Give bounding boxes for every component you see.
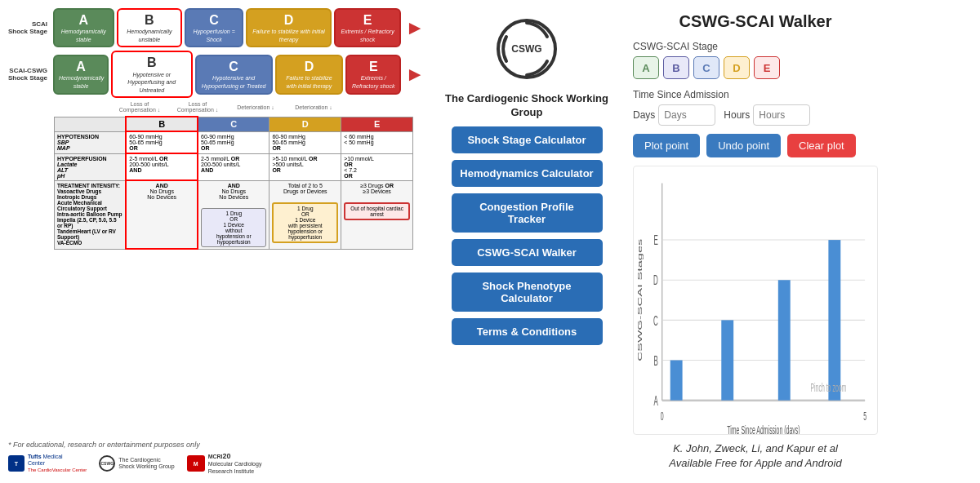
svg-text:Time Since Admission (days): Time Since Admission (days) [727,423,800,434]
hypo-b: 60-90 mmHg50-65 mmHgOR [126,131,198,153]
logo-tufts: T Tufts MedicalCenterThe CardioVascular … [8,454,87,474]
hypo-perf-e: >10 mmol/LOR< 7.2OR [341,153,413,180]
action-buttons: Plot point Undo point Clear plot [633,134,878,157]
treatment-row: TREATMENT INTENSITY:Vasoactive DrugsInot… [55,180,413,249]
shock-calc-button[interactable]: Shock Stage Calculator [452,126,603,153]
days-label: Days [633,109,655,121]
time-row: Days Hours [633,104,878,126]
scai-stage-b: B Hemodynamically unstable [117,8,183,47]
org-name: The Cardiogenic Shock Working Group [441,92,612,120]
shock-diagram: SCAIShock Stage A Hemodynamically stable… [8,8,425,432]
arrow-right-2: ► [405,63,425,86]
footer-note: * For educational, research or entertain… [8,441,425,449]
scai-stage-row: SCAIShock Stage A Hemodynamically stable… [8,8,425,47]
footer-logos: T Tufts MedicalCenterThe CardioVascular … [8,452,425,475]
det-label-4: Deterioration ↓ [228,104,283,110]
treat-c: ANDNo DrugsNo Devices1 DrugOR1 Devicewit… [198,180,270,249]
hours-input[interactable] [753,104,810,126]
scai-stage-c: C Hypoperfusion = Shock [185,8,243,47]
svg-text:5: 5 [863,410,866,423]
stage-btn-b[interactable]: B [663,56,689,79]
citation-line2: Available Free for Apple and Android [669,457,841,469]
scai-cswg-stage-c: C Hypotensive and Hypoperfusing or Treat… [195,55,273,94]
stage-btn-d[interactable]: D [724,56,750,79]
scai-stage-d: D Failure to stabilize with initial ther… [246,8,332,47]
hypo-e: < 60 mmHg< 50 mmHg [341,131,413,153]
days-input[interactable] [658,104,715,126]
stage-btn-a[interactable]: A [633,56,659,79]
hypo-perf-b: 2-5 mmol/L OR200-500 units/LAND [126,153,198,180]
cswg-logo-area: CSWG [490,12,564,86]
arrow-right-1: ► [405,16,425,39]
det-label-5: Deterioration ↓ [286,104,341,110]
col-header-c: C [198,117,270,131]
scai-stage-a: A Hemodynamically stable [53,8,114,47]
scai-cswg-stage-boxes: A Hemodynamically stable B Hypotensive o… [53,51,425,98]
scai-cswg-stage-a: A Hemodynamically stable [53,55,109,94]
det-label-3: Loss of Compensation ↓ [170,101,225,113]
cswg-logo-text: The CardiogenicShock Working Group [118,457,174,471]
deterioration-row: Loss of Compensation ↓ Loss of Compensat… [54,101,425,113]
app-title: CSWG-SCAI Walker [633,12,878,31]
svg-text:C: C [653,312,658,328]
left-panel: SCAIShock Stage A Hemodynamically stable… [0,0,433,483]
hypo-c: 60-90 mmHg50-65 mmHgOR [198,131,270,153]
congestion-tracker-button[interactable]: Congestion Profile Tracker [452,193,603,233]
hypoperfusion-row: HYPOPERFUSIONLactateALTpH 2-5 mmol/L OR2… [55,153,413,180]
hemo-calc-button[interactable]: Hemodynamics Calculator [452,160,603,187]
bar-2 [721,320,733,400]
bar-4 [828,240,840,401]
svg-text:CSWG: CSWG [511,43,541,55]
col-header-empty [55,117,127,131]
walker-button[interactable]: CSWG-SCAI Walker [452,239,603,266]
hypo-perf-d: >5-10 mmol/L OR>500 units/LOR [270,153,341,180]
bar-1 [670,361,683,401]
scai-stage-boxes: A Hemodynamically stable B Hemodynamical… [53,8,425,47]
hours-group: Hours [724,104,810,126]
stage-selector: A B C D E [633,56,878,79]
days-group: Days [633,104,715,126]
logo-cswg: CSWG The CardiogenicShock Working Group [99,455,174,472]
scai-cswg-stage-e: E Extremis / Refractory shock [345,55,401,94]
hypotension-row: HYPOTENSIONSBPMAP 60-90 mmHg50-65 mmHgOR… [55,131,413,153]
citation: K. John, Zweck, Li, and Kapur et al Avai… [633,441,878,471]
hypotension-label: HYPOTENSIONSBPMAP [55,131,127,153]
treatment-label: TREATMENT INTENSITY:Vasoactive DrugsInot… [55,180,127,249]
footer-left: * For educational, research or entertain… [8,437,425,475]
terms-button[interactable]: Terms & Conditions [452,318,603,345]
chart-svg: CSWG-SCAI Stages A B C D E 0 5 [634,166,877,434]
treat-e: ≥3 Drugs OR≥3 DevicesOut of hospital car… [341,180,413,249]
stage-section-label: CSWG-SCAI Stage [633,41,878,52]
undo-point-button[interactable]: Undo point [706,134,781,157]
treat-d: Total of 2 to 5Drugs or Devices1 DrugOR1… [270,180,341,249]
svg-text:A: A [654,393,659,409]
logo-mcri: M MCRI20Molecular CardiologyResearch Ins… [187,452,262,475]
svg-text:CSWG-SCAI Stages: CSWG-SCAI Stages [636,239,644,361]
time-section-label: Time Since Admission [633,89,878,100]
phenotype-calc-button[interactable]: Shock Phenotype Calculator [452,273,603,312]
chart-container: CSWG-SCAI Stages A B C D E 0 5 [633,166,878,435]
det-label-2: Loss of Compensation ↓ [112,101,167,113]
clear-plot-button[interactable]: Clear plot [787,134,856,157]
scai-cswg-stage-d: D Failure to stabilize with initial ther… [275,55,344,94]
hypo-perf-c: 2-5 mmol/L OR200-500 units/LAND [198,153,270,180]
criteria-table: B C D E HYPOTENSIONSBPMAP 60-90 mmHg50-6… [54,116,413,250]
stage-btn-c[interactable]: C [693,56,719,79]
stage-btn-e[interactable]: E [754,56,780,79]
col-header-d: D [270,117,341,131]
plot-point-button[interactable]: Plot point [633,134,700,157]
tufts-logo-text: Tufts MedicalCenterThe CardioVascular Ce… [28,454,87,474]
hypoperfusion-label: HYPOPERFUSIONLactateALTpH [55,153,127,180]
cswg-logo-svg: CSWG [494,16,559,82]
right-panel: CSWG-SCAI Walker CSWG-SCAI Stage A B C D… [621,0,890,483]
svg-text:0: 0 [661,410,664,423]
scai-cswg-label: SCAI-CSWGShock Stage [8,67,51,82]
hours-label: Hours [724,109,750,121]
scai-label: SCAIShock Stage [8,20,51,36]
scai-cswg-stage-b: B Hypotensive or Hypoperfusing and Untre… [111,51,193,98]
svg-text:D: D [653,273,658,288]
svg-text:B: B [654,352,658,368]
col-header-b: B [126,117,198,131]
citation-line1: K. John, Zweck, Li, and Kapur et al [673,442,838,454]
hypo-d: 60-90 mmHg50-65 mmHgOR [270,131,341,153]
